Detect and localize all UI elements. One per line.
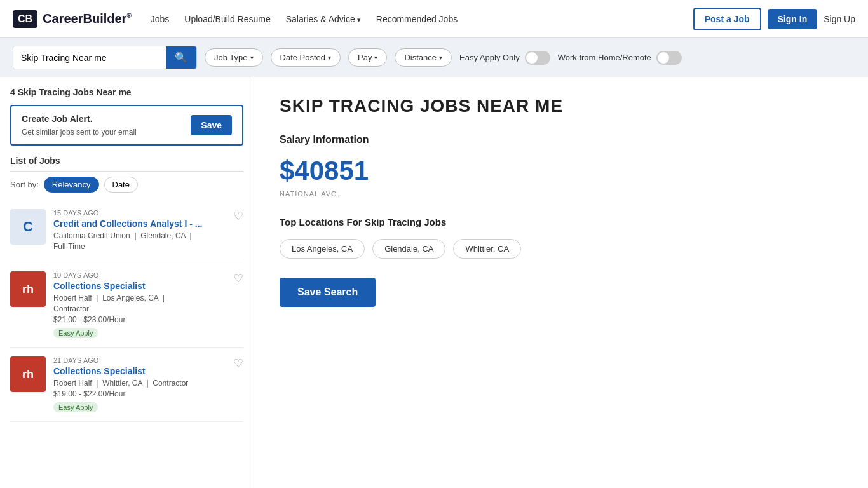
job-title-2[interactable]: Collections Specialist bbox=[53, 281, 243, 291]
nav-upload-resume[interactable]: Upload/Build Resume bbox=[184, 14, 270, 24]
easy-apply-toggle-label[interactable]: Easy Apply Only bbox=[459, 51, 550, 65]
nav-salaries-advice[interactable]: Salaries & Advice bbox=[286, 14, 361, 24]
job-meta-1: California Credit Union | Glendale, CA | bbox=[53, 231, 243, 240]
job-alert-title: Create Job Alert. bbox=[22, 114, 137, 124]
job-pay-3: $19.00 - $22.00/Hour bbox=[53, 390, 243, 398]
sort-label: Sort by: bbox=[10, 180, 39, 189]
job-info-3: 21 DAYS AGO Collections Specialist Rober… bbox=[53, 356, 243, 412]
search-button[interactable]: 🔍 bbox=[166, 46, 196, 69]
location-tag-la[interactable]: Los Angeles, CA bbox=[280, 239, 365, 259]
job-date-3: 21 DAYS AGO bbox=[53, 356, 243, 364]
right-panel: SKIP TRACING JOBS NEAR ME Salary Informa… bbox=[254, 77, 868, 488]
save-job-button-1[interactable]: ♡ bbox=[233, 209, 243, 223]
nav-jobs[interactable]: Jobs bbox=[151, 14, 170, 24]
national-avg: NATIONAL AVG. bbox=[280, 190, 843, 198]
job-type-filter[interactable]: Job Type ▾ bbox=[205, 48, 263, 67]
job-alert-subtitle: Get similar jobs sent to your email bbox=[22, 128, 137, 137]
pay-filter[interactable]: Pay ▾ bbox=[348, 48, 387, 67]
easy-apply-badge-2: Easy Apply bbox=[53, 328, 98, 338]
location-tag-whittier[interactable]: Whittier, CA bbox=[453, 239, 521, 259]
top-locations-label: Top Locations For Skip Tracing Jobs bbox=[280, 217, 843, 227]
job-alert-box: Create Job Alert. Get similar jobs sent … bbox=[10, 105, 243, 146]
job-type-2: Contractor bbox=[53, 304, 243, 313]
easy-apply-badge-3: Easy Apply bbox=[53, 402, 98, 412]
chevron-down-icon: ▾ bbox=[439, 54, 442, 61]
search-input-wrap: 🔍 bbox=[13, 46, 197, 69]
distance-filter[interactable]: Distance ▾ bbox=[395, 48, 452, 67]
search-bar: 🔍 Job Type ▾ Date Posted ▾ Pay ▾ Distanc… bbox=[0, 38, 868, 77]
results-count: 4 Skip Tracing Jobs Near me bbox=[10, 87, 243, 97]
divider bbox=[10, 171, 243, 172]
easy-apply-toggle[interactable] bbox=[525, 51, 550, 65]
nav-recommended-jobs[interactable]: Recommended Jobs bbox=[376, 14, 458, 24]
sort-relevancy-button[interactable]: Relevancy bbox=[44, 177, 99, 193]
job-card-2[interactable]: rh 10 DAYS AGO Collections Specialist Ro… bbox=[10, 262, 243, 348]
job-type-1: Full-Time bbox=[53, 242, 243, 251]
job-info-2: 10 DAYS AGO Collections Specialist Rober… bbox=[53, 271, 243, 338]
header: CB CareerBuilder® Jobs Upload/Build Resu… bbox=[0, 0, 868, 38]
search-input[interactable] bbox=[13, 46, 166, 69]
work-from-home-toggle-label[interactable]: Work from Home/Remote bbox=[558, 51, 682, 65]
job-pay-2: $21.00 - $23.00/Hour bbox=[53, 315, 243, 324]
chevron-down-icon: ▾ bbox=[328, 54, 331, 61]
company-logo-2: rh bbox=[10, 271, 46, 307]
left-panel: 4 Skip Tracing Jobs Near me Create Job A… bbox=[0, 77, 254, 488]
logo-box: CB bbox=[13, 10, 37, 28]
sort-row: Sort by: Relevancy Date bbox=[10, 177, 243, 193]
work-from-home-label: Work from Home/Remote bbox=[558, 53, 651, 62]
job-date-2: 10 DAYS AGO bbox=[53, 271, 243, 279]
sign-in-button[interactable]: Sign In bbox=[768, 9, 818, 29]
job-meta-3: Robert Half | Whittier, CA | Contractor bbox=[53, 379, 243, 388]
header-actions: Post a Job Sign In Sign Up bbox=[693, 8, 855, 30]
save-search-button[interactable]: Save Search bbox=[280, 278, 376, 307]
work-from-home-toggle[interactable] bbox=[656, 51, 682, 65]
brand-name: CareerBuilder® bbox=[43, 11, 132, 26]
salary-label: Salary Information bbox=[280, 134, 843, 146]
nav: Jobs Upload/Build Resume Salaries & Advi… bbox=[151, 14, 693, 24]
main-layout: 4 Skip Tracing Jobs Near me Create Job A… bbox=[0, 77, 868, 488]
job-title-1[interactable]: Credit and Collections Analyst I - ... bbox=[53, 219, 243, 229]
company-logo-3: rh bbox=[10, 356, 46, 392]
company-logo-1: C bbox=[10, 209, 46, 245]
location-tags: Los Angeles, CA Glendale, CA Whittier, C… bbox=[280, 239, 843, 259]
job-date-1: 15 DAYS AGO bbox=[53, 209, 243, 217]
save-job-button-2[interactable]: ♡ bbox=[233, 271, 243, 285]
post-job-button[interactable]: Post a Job bbox=[693, 8, 761, 30]
location-tag-glendale[interactable]: Glendale, CA bbox=[372, 239, 445, 259]
salary-section: Salary Information $40851 NATIONAL AVG. bbox=[280, 134, 843, 198]
chevron-down-icon: ▾ bbox=[374, 54, 377, 61]
date-posted-filter[interactable]: Date Posted ▾ bbox=[271, 48, 341, 67]
sign-up-button[interactable]: Sign Up bbox=[824, 14, 855, 24]
job-info-1: 15 DAYS AGO Credit and Collections Analy… bbox=[53, 209, 243, 253]
easy-apply-label: Easy Apply Only bbox=[459, 53, 520, 62]
job-card-3[interactable]: rh 21 DAYS AGO Collections Specialist Ro… bbox=[10, 348, 243, 422]
job-title-3[interactable]: Collections Specialist bbox=[53, 366, 243, 376]
save-job-button-3[interactable]: ♡ bbox=[233, 356, 243, 370]
job-alert-text: Create Job Alert. Get similar jobs sent … bbox=[22, 114, 137, 137]
job-meta-2: Robert Half | Los Angeles, CA | bbox=[53, 294, 243, 302]
logo[interactable]: CB CareerBuilder® bbox=[13, 10, 132, 28]
chevron-down-icon: ▾ bbox=[250, 54, 254, 61]
list-of-jobs-header: List of Jobs bbox=[10, 156, 243, 166]
salary-amount: $40851 bbox=[280, 156, 843, 186]
sort-date-button[interactable]: Date bbox=[104, 177, 138, 193]
job-card-1[interactable]: C 15 DAYS AGO Credit and Collections Ana… bbox=[10, 200, 243, 262]
save-alert-button[interactable]: Save bbox=[191, 115, 232, 135]
page-title: SKIP TRACING JOBS NEAR ME bbox=[280, 96, 843, 116]
